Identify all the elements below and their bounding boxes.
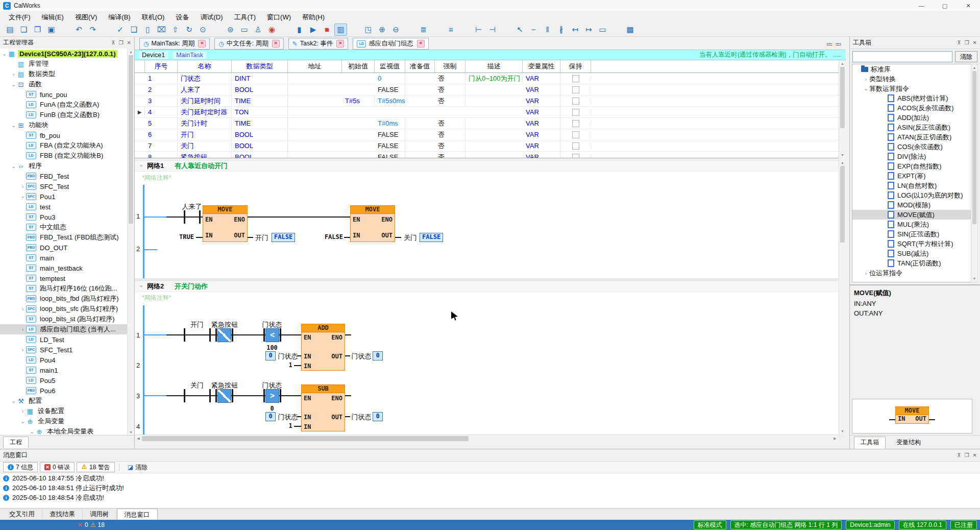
redo-icon[interactable]: ↷ xyxy=(86,23,99,36)
contact[interactable] xyxy=(280,328,281,342)
network1-header[interactable]: ⌄ 网络1 有人靠近自动开门 xyxy=(135,160,839,172)
login-user-icon[interactable]: ♙ xyxy=(252,23,264,36)
tree-item[interactable]: LD FBB (自定义功能块B) xyxy=(0,151,128,161)
tree-item[interactable]: › SFC SFC_Test1 xyxy=(0,345,128,355)
table-scrollbar[interactable]: ▲ ▼ xyxy=(839,60,846,158)
toolbox-item[interactable]: COS(余弦函数) xyxy=(852,142,972,152)
monitor-value[interactable]: FALSE xyxy=(375,129,405,140)
insert-line-icon[interactable]: − xyxy=(527,23,540,36)
tab-door-config[interactable]: LD 感应自动门组态 ✕ xyxy=(353,38,429,50)
close-button[interactable]: ✕ xyxy=(957,0,980,11)
menu-item[interactable]: 编辑(E) xyxy=(36,11,69,23)
negated-contact-icon[interactable] xyxy=(217,389,231,403)
remove-branch-icon[interactable]: ⊣ xyxy=(486,23,499,36)
zoom-out-icon[interactable]: ⊖ xyxy=(389,23,402,36)
variable-row[interactable]: 8 紧急按钮 BOOL FALSE 否 VAR xyxy=(135,152,839,158)
variable-type[interactable]: TIME xyxy=(232,95,288,106)
toolbox-search-input[interactable] xyxy=(852,51,952,62)
retain-checkbox[interactable] xyxy=(572,154,579,159)
paste-icon[interactable]: ▯ xyxy=(141,23,154,36)
tree-item[interactable]: › SFC loop_bits_sfc (跑马灯程序) xyxy=(0,304,128,314)
tree-item[interactable]: LD Pou4 xyxy=(0,355,128,365)
variable-row[interactable]: ▶ 4 关门延时定时器 TON VAR xyxy=(135,107,839,118)
tree-item[interactable]: ST main_testback xyxy=(0,263,128,273)
expander-icon[interactable]: › xyxy=(863,76,869,82)
tree-item[interactable]: ST 中文组态 xyxy=(0,222,128,232)
variable-name[interactable]: 关门延时时间 xyxy=(178,95,232,106)
clear-messages-button[interactable]: ◪ 清除 xyxy=(124,463,152,472)
log-row[interactable]: i 2025-06-10 18:48:54 冷启成功! xyxy=(0,493,980,502)
sep[interactable] xyxy=(279,23,292,36)
sep[interactable] xyxy=(59,23,71,36)
variable-name[interactable]: 关门 xyxy=(178,140,232,151)
monitor-value[interactable]: FALSE xyxy=(375,140,405,151)
tree-item[interactable]: LD FunB (自定义函数B) xyxy=(0,110,128,120)
tree-item[interactable]: ST main xyxy=(0,253,128,263)
pin-icon[interactable]: ⊼ xyxy=(111,40,115,45)
tree-item[interactable]: › SFC Pou1 xyxy=(0,191,128,202)
menu-item[interactable]: 工具(T) xyxy=(228,11,261,23)
move-block[interactable]: MOVE EN ENO IN OUT xyxy=(350,205,395,242)
bottom-tab[interactable]: 查找结果 xyxy=(42,509,83,520)
toolbox-clear-button[interactable]: 清除 xyxy=(955,51,977,62)
input-constant[interactable]: 1 xyxy=(288,362,293,369)
monitor-value[interactable]: T#0ms xyxy=(375,118,405,129)
statistics-icon[interactable]: ≣ xyxy=(417,23,430,36)
variable-type[interactable]: BOOL xyxy=(232,129,288,140)
power-on-icon[interactable]: ▮ xyxy=(293,23,306,36)
toolbox-item[interactable]: MUL(乘法) xyxy=(852,220,972,229)
tree-item[interactable]: FBD FBD_Test xyxy=(0,171,128,181)
contact[interactable] xyxy=(199,210,201,224)
tree-item[interactable]: FBD FBD_Test1 (FBD组态测试) xyxy=(0,232,128,243)
variable-row[interactable]: 1 门状态 DINT 0 否 门从0~100为开门，门从... VAR xyxy=(135,73,839,84)
toolbox-item[interactable]: ACOS(反余弦函数) xyxy=(852,103,972,113)
variable-type[interactable]: DINT xyxy=(232,73,288,84)
tree-item[interactable]: ⌄ ⊞ 功能块 xyxy=(0,120,128,130)
variable-name[interactable]: 人来了 xyxy=(178,84,232,95)
contact[interactable] xyxy=(184,389,185,402)
right-panel-tab[interactable]: 工具箱 xyxy=(854,437,886,449)
variable-type[interactable]: TIME xyxy=(232,118,288,129)
tab-overflow-icon[interactable]: ≕ xyxy=(835,40,842,48)
variable-type[interactable]: BOOL xyxy=(232,152,288,158)
select-arrow-icon[interactable]: ↖ xyxy=(513,23,526,36)
menu-item[interactable]: 帮助(H) xyxy=(297,11,330,23)
tree-item[interactable]: ST loop_bits_st (跑马灯程序) xyxy=(0,314,128,324)
toolbox-item[interactable]: MOD(模除) xyxy=(852,200,972,210)
open-project-icon[interactable]: ❏ xyxy=(17,23,30,36)
power-off-icon[interactable]: ◉ xyxy=(265,23,278,36)
toolbox-item[interactable]: › 类型转换 xyxy=(852,74,972,84)
expander-icon[interactable]: ⌄ xyxy=(10,81,17,88)
network2-comment[interactable]: *网络注释* xyxy=(142,294,171,302)
toolbox-item[interactable]: SIN(正弦函数) xyxy=(852,229,972,239)
pin-icon[interactable]: ⊼ xyxy=(957,40,961,45)
tree-item[interactable]: LD LD_Test xyxy=(0,334,128,345)
variable-name[interactable]: 门状态 xyxy=(178,73,232,84)
sep[interactable] xyxy=(431,23,444,36)
sub-block[interactable]: SUB EN ENO IN OUT IN xyxy=(301,384,345,431)
retain-checkbox[interactable] xyxy=(572,86,579,93)
bottom-tab[interactable]: 调用树 xyxy=(83,509,117,520)
variable-row[interactable]: 3 关门延时时间 TIME T#5s T#5s0ms 否 VAR xyxy=(135,95,839,107)
retain-checkbox[interactable] xyxy=(572,109,579,116)
expander-icon[interactable]: › xyxy=(19,347,26,353)
tab-close-icon[interactable]: ✕ xyxy=(336,40,344,47)
project-bottom-tab[interactable]: 工程 xyxy=(3,437,29,448)
retain-checkbox[interactable] xyxy=(572,142,579,150)
tree-item[interactable]: ST fb_pou xyxy=(0,130,128,140)
block-input-value[interactable]: FALSE xyxy=(314,233,343,240)
toolbox-item[interactable]: ABS(绝对值计算) xyxy=(852,93,972,103)
expander-icon[interactable]: › xyxy=(19,408,26,414)
tab-maintask[interactable]: ◷ MainTask: 周期 ✕ xyxy=(139,38,210,50)
sep[interactable] xyxy=(348,23,361,36)
device-screen-icon[interactable]: ▭ xyxy=(238,23,251,36)
variable-name[interactable]: 开门 xyxy=(178,129,232,140)
float-icon[interactable]: ❐ xyxy=(965,452,969,458)
negated-contact-icon[interactable] xyxy=(217,328,231,342)
tree-item[interactable]: ⌄ ⊕ 本地全局变量表 xyxy=(0,426,128,436)
ladder-vertical-scrollbar[interactable]: ▲ ▼ xyxy=(839,159,846,435)
add-branch-icon[interactable]: ⊢ xyxy=(472,23,485,36)
menu-item[interactable]: 调试(D) xyxy=(194,11,228,23)
output-value-box[interactable]: 0 xyxy=(373,351,383,360)
menu-item[interactable]: 视图(V) xyxy=(69,11,103,23)
